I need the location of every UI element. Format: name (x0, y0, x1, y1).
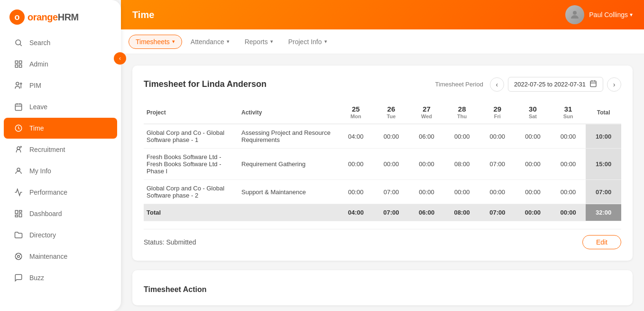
avatar (565, 5, 584, 24)
period-navigation: Timesheet Period ‹ 2022-07-25 to 2022-07… (435, 77, 621, 92)
row1-d30: 00:00 (515, 124, 551, 149)
col-day-25: 25 Mon (338, 101, 374, 124)
col-day-26: 26 Tue (374, 101, 409, 124)
sidebar-item-directory[interactable]: Directory (4, 225, 117, 245)
svg-point-22 (15, 253, 22, 260)
total-d31: 00:00 (551, 204, 586, 221)
svg-rect-24 (590, 81, 596, 87)
sidebar-collapse-button[interactable]: ‹ (114, 52, 126, 65)
chevron-down-icon: ▾ (172, 38, 175, 45)
col-day-28: 28 Thu (444, 101, 480, 124)
svg-rect-17 (15, 210, 18, 214)
row2-activity: Requirement Gathering (239, 149, 338, 180)
svg-point-6 (16, 82, 19, 85)
sidebar-item-search[interactable]: Search (4, 32, 117, 53)
row1-project: Global Corp and Co - Global Software pha… (144, 124, 239, 149)
sidebar-item-time[interactable]: Time (4, 118, 117, 139)
sidebar-item-dashboard[interactable]: Dashboard (4, 203, 117, 224)
period-range-text: 2022-07-25 to 2022-07-31 (514, 81, 586, 88)
content-area: Timesheet for Linda Anderson Timesheet P… (121, 54, 644, 311)
sidebar-item-maintenance[interactable]: Maintenance (4, 246, 117, 267)
svg-rect-8 (15, 104, 22, 111)
sidebar-item-leave[interactable]: Leave (4, 96, 117, 117)
row3-d27: 00:00 (409, 180, 444, 204)
buzz-icon (13, 273, 24, 283)
sidebar-item-time-label: Time (29, 124, 44, 132)
chevron-down-icon: ▾ (270, 38, 273, 45)
sidebar-item-performance[interactable]: Performance (4, 182, 117, 203)
row2-total: 15:00 (586, 149, 621, 180)
col-total: Total (586, 101, 621, 124)
sidebar-item-recruitment[interactable]: Recruitment (4, 139, 117, 160)
subnav-reports-label: Reports (245, 38, 268, 46)
col-day-27: 27 Wed (409, 101, 444, 124)
status-bar: Status: Submitted Edit (144, 229, 621, 249)
sidebar-item-pim[interactable]: PIM (4, 75, 117, 96)
myinfo-icon (13, 166, 24, 176)
period-prev-button[interactable]: ‹ (490, 77, 504, 92)
subnav-attendance[interactable]: Attendance ▾ (184, 35, 236, 48)
total-d29: 07:00 (480, 204, 515, 221)
row2-d30: 00:00 (515, 149, 551, 180)
row1-total: 10:00 (586, 124, 621, 149)
sidebar-item-dashboard-label: Dashboard (29, 210, 62, 217)
row3-total: 07:00 (586, 180, 621, 204)
performance-icon (13, 187, 24, 198)
row2-d28: 08:00 (444, 149, 480, 180)
timesheet-header: Timesheet for Linda Anderson Timesheet P… (144, 77, 621, 92)
timesheet-action-title: Timesheet Action (144, 282, 621, 294)
subnav-reports[interactable]: Reports ▾ (238, 35, 280, 48)
row2-d27: 00:00 (409, 149, 444, 180)
svg-point-23 (573, 11, 577, 15)
svg-rect-3 (19, 61, 22, 63)
status-text: Status: Submitted (144, 238, 196, 246)
grand-total: 32:00 (586, 204, 621, 221)
row3-d31: 00:00 (551, 180, 586, 204)
row3-d26: 07:00 (374, 180, 409, 204)
logo-icon: o (9, 9, 25, 25)
svg-point-0 (16, 40, 21, 45)
col-activity: Activity (239, 101, 338, 124)
row1-d26: 00:00 (374, 124, 409, 149)
total-d30: 00:00 (515, 204, 551, 221)
admin-icon (13, 59, 24, 69)
time-icon (13, 123, 24, 133)
leave-icon (13, 102, 24, 112)
sidebar-item-admin[interactable]: Admin (4, 54, 117, 75)
row2-d26: 00:00 (374, 149, 409, 180)
sidebar-item-myinfo-label: My Info (29, 167, 51, 175)
table-row: Global Corp and Co - Global Software pha… (144, 124, 621, 149)
sidebar-logo: o orangeHRM (0, 5, 121, 32)
total-d25: 04:00 (338, 204, 374, 221)
timesheet-action-card: Timesheet Action (132, 270, 633, 305)
row1-d31: 00:00 (551, 124, 586, 149)
period-label: Timesheet Period (435, 81, 483, 88)
svg-rect-4 (15, 65, 18, 67)
row1-d29: 00:00 (480, 124, 515, 149)
subnav-timesheets-label: Timesheets (136, 38, 170, 46)
row2-d29: 07:00 (480, 149, 515, 180)
recruitment-icon (13, 144, 24, 155)
row1-activity: Assessing Project and Resource Requireme… (239, 124, 338, 149)
directory-icon (13, 230, 24, 240)
sidebar-item-pim-label: PIM (29, 82, 41, 89)
sidebar-item-directory-label: Directory (29, 231, 56, 239)
sidebar-item-performance-label: Performance (29, 188, 67, 196)
period-next-button[interactable]: › (607, 77, 621, 92)
svg-rect-18 (19, 210, 22, 212)
subnav-projectinfo[interactable]: Project Info ▾ (282, 35, 334, 48)
user-menu[interactable]: Paul Collings ▾ (565, 5, 633, 24)
sidebar-item-myinfo[interactable]: My Info (4, 160, 117, 181)
sidebar: o orangeHRM Search Admin PIM (0, 0, 121, 311)
total-row: Total 04:00 07:00 06:00 08:00 07:00 00:0… (144, 204, 621, 221)
svg-line-1 (20, 44, 21, 46)
total-label: Total (144, 204, 338, 221)
edit-button[interactable]: Edit (582, 235, 621, 249)
row3-d30: 00:00 (515, 180, 551, 204)
total-d26: 07:00 (374, 204, 409, 221)
subnav-timesheets[interactable]: Timesheets ▾ (129, 35, 182, 49)
chevron-down-icon: ▾ (227, 38, 230, 45)
main-content: Time Paul Collings ▾ Timesheets ▾ Attend… (121, 0, 644, 311)
sidebar-item-leave-label: Leave (29, 103, 47, 111)
sidebar-item-buzz[interactable]: Buzz (4, 267, 117, 288)
